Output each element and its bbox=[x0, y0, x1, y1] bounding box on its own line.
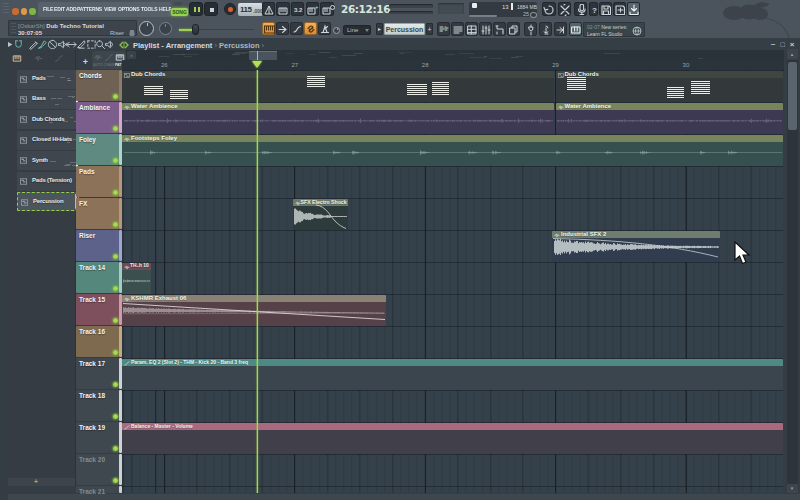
pattern-mini-button[interactable] bbox=[437, 22, 450, 36]
menu-view[interactable]: VIEW bbox=[104, 6, 116, 12]
magnet-tool[interactable] bbox=[13, 39, 24, 49]
track-enable-led[interactable] bbox=[113, 446, 118, 451]
copy-button[interactable] bbox=[507, 22, 520, 36]
app-dot-orange-1[interactable] bbox=[12, 8, 19, 15]
picker-automation-tab[interactable] bbox=[54, 54, 64, 63]
pattern-item-closed-hi-hats[interactable]: Closed Hi-Hats bbox=[17, 131, 79, 150]
track-enable-led[interactable] bbox=[113, 158, 118, 163]
clip-kshmr-exhaust-06[interactable]: KSHMR Exhaust 06 bbox=[122, 295, 386, 326]
clip-param-eq-2-slot-2-thm-kick-20-band-3-freq[interactable]: Param. EQ 2 (Slot 2) - THM - Kick 20 - B… bbox=[122, 359, 783, 390]
menu-patterns[interactable]: PATTERNS bbox=[77, 6, 102, 12]
app-dot-orange-2[interactable] bbox=[21, 8, 28, 15]
pattern-prev-button[interactable]: ▸ bbox=[376, 23, 383, 35]
record-button[interactable] bbox=[224, 3, 236, 15]
menu-tools[interactable]: TOOLS bbox=[141, 6, 157, 12]
metronome-button[interactable] bbox=[318, 22, 331, 35]
clip-water-ambience[interactable]: Water Ambience bbox=[556, 103, 784, 134]
picker-pattern-tab[interactable] bbox=[12, 54, 22, 63]
add-track-button[interactable]: + bbox=[81, 58, 90, 67]
track-header-chords[interactable]: Chords bbox=[76, 70, 119, 101]
track-enable-led[interactable] bbox=[113, 350, 118, 355]
playhead-marker[interactable] bbox=[252, 61, 262, 68]
touch-button[interactable] bbox=[539, 22, 552, 36]
track-header-track-18[interactable]: Track 18 bbox=[76, 390, 119, 421]
shuffle-slider-handle[interactable] bbox=[192, 24, 199, 35]
track-header-fx[interactable]: FX bbox=[76, 198, 119, 229]
track-enable-led[interactable] bbox=[113, 190, 118, 195]
scroll-down-button[interactable]: ▾ bbox=[787, 484, 798, 493]
track-enable-led[interactable] bbox=[113, 318, 118, 323]
minimize-button[interactable]: – bbox=[769, 41, 777, 48]
pattern-item-synth[interactable]: Synth bbox=[17, 151, 79, 170]
pattern-item-pads-tension-[interactable]: Pads (Tension) bbox=[17, 172, 79, 191]
track-enable-led[interactable] bbox=[113, 382, 118, 387]
track-enable-led[interactable] bbox=[113, 286, 118, 291]
corner-audio-tab[interactable] bbox=[93, 53, 103, 62]
menu-edit[interactable]: EDIT bbox=[54, 6, 65, 12]
grid-button[interactable] bbox=[465, 22, 478, 36]
scroll-left-button[interactable]: ‹ bbox=[127, 51, 136, 59]
clip-balance-master-volume[interactable]: Balance - Master - Volume bbox=[122, 423, 783, 454]
track-enable-led[interactable] bbox=[113, 94, 118, 99]
preview-thumb[interactable] bbox=[249, 51, 277, 60]
pause-button[interactable] bbox=[189, 2, 203, 16]
picker-add-button[interactable]: + bbox=[32, 479, 40, 486]
track-enable-led[interactable] bbox=[113, 222, 118, 227]
track-enable-led[interactable] bbox=[113, 126, 118, 131]
playlist-grid[interactable]: Dub ChordsDub ChordsWater AmbienceWater … bbox=[122, 70, 783, 493]
track-header-track-15[interactable]: Track 15 bbox=[76, 294, 119, 325]
cut-button[interactable] bbox=[558, 2, 571, 16]
piano-button[interactable] bbox=[569, 22, 582, 36]
vertical-scroll-thumb[interactable] bbox=[788, 62, 797, 130]
track-header-pads[interactable]: Pads bbox=[76, 166, 119, 197]
maximize-button[interactable]: □ bbox=[779, 41, 787, 48]
stop-button[interactable] bbox=[204, 2, 218, 16]
piano-wait-button[interactable] bbox=[320, 2, 334, 16]
track-header-track-17[interactable]: Track 17 bbox=[76, 358, 119, 389]
scroll-up-button[interactable]: ▴ bbox=[787, 49, 798, 59]
track-header-track-21[interactable]: Track 21 bbox=[76, 486, 119, 493]
slide-button[interactable] bbox=[290, 22, 303, 35]
track-enable-led[interactable] bbox=[113, 478, 118, 483]
pat-song-toggle[interactable]: PATSONG bbox=[171, 2, 188, 16]
clip-industrial-sfx-2[interactable]: Industrial SFX 2 bbox=[552, 231, 720, 262]
pattern-selector[interactable]: Percussion bbox=[384, 23, 425, 35]
menu-help[interactable]: HELP bbox=[159, 6, 171, 12]
track-header-ambiance[interactable]: Ambiance bbox=[76, 102, 119, 133]
save-as-button[interactable] bbox=[613, 2, 626, 16]
hand-button[interactable] bbox=[554, 22, 567, 36]
link-button[interactable] bbox=[304, 22, 317, 35]
faders-button[interactable] bbox=[479, 22, 492, 36]
track-header-track-16[interactable]: Track 16 bbox=[76, 326, 119, 357]
piano-plus-button[interactable]: + bbox=[306, 2, 320, 16]
track-header-track-20[interactable]: Track 20 bbox=[76, 454, 119, 485]
mic-button[interactable] bbox=[574, 2, 587, 16]
pattern-item-bass[interactable]: Bass bbox=[17, 90, 79, 109]
picker-audio-tab[interactable] bbox=[33, 54, 44, 63]
news-ticker[interactable]: 02-07 New series:Learn FL Studio bbox=[583, 22, 645, 37]
plug-button[interactable] bbox=[524, 22, 537, 36]
metronome-button[interactable] bbox=[262, 2, 276, 16]
swing-mini-knob[interactable] bbox=[333, 27, 340, 34]
help-button[interactable]: ? bbox=[589, 2, 598, 16]
track-header-track-14[interactable]: Track 14 bbox=[76, 262, 119, 293]
track-header-foley[interactable]: Foley bbox=[76, 134, 119, 165]
menu-file[interactable]: FILE bbox=[43, 6, 53, 12]
master-volume-knob[interactable] bbox=[139, 21, 154, 36]
track-header-riser[interactable]: Riser bbox=[76, 230, 119, 261]
pattern-position-bar[interactable] bbox=[389, 11, 433, 15]
typing-keyboard-button[interactable] bbox=[276, 2, 290, 16]
track-enable-led[interactable] bbox=[113, 414, 118, 419]
pattern-item-pads[interactable]: Pads bbox=[17, 70, 79, 89]
clip-sfx-electro-shock[interactable]: SFX Electro Shock bbox=[293, 199, 348, 230]
master-pitch-knob[interactable] bbox=[159, 22, 172, 35]
close-button[interactable]: × bbox=[788, 41, 796, 48]
menu-options[interactable]: OPTIONS bbox=[118, 6, 139, 12]
tempo-display[interactable]: 115.000 bbox=[238, 3, 263, 16]
list-button[interactable] bbox=[451, 22, 464, 36]
export-button[interactable] bbox=[627, 2, 640, 16]
routing-button[interactable] bbox=[493, 22, 506, 36]
clip-footsteps-foley[interactable]: Footsteps Foley bbox=[122, 135, 783, 166]
undo-button[interactable] bbox=[542, 2, 556, 16]
pattern-add-button[interactable]: + bbox=[426, 23, 433, 35]
